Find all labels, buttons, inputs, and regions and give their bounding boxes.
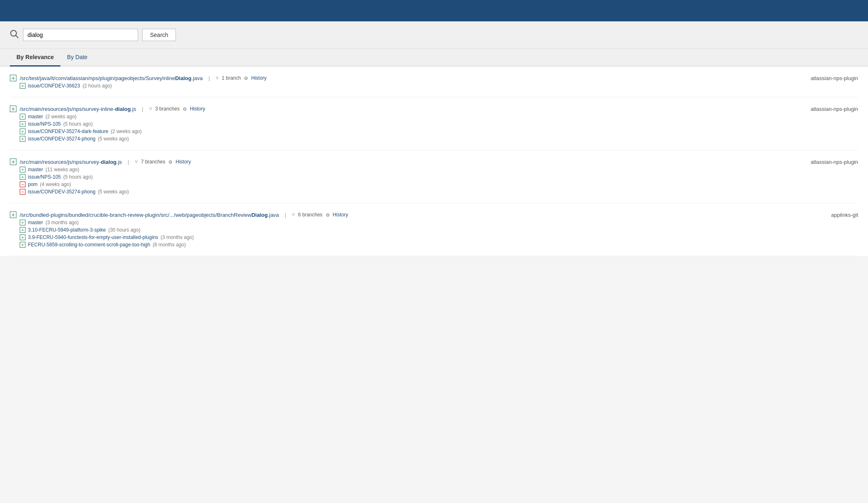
branch-item-2-3: + issue/CONFDEV-35274-phong (5 weeks ago… <box>20 136 858 142</box>
branch-expand-icon[interactable]: − <box>20 189 25 195</box>
branch-item-3-3: − issue/CONFDEV-35274-phong (5 weeks ago… <box>20 189 858 195</box>
branch-name[interactable]: FECRU-5859-scrolling-to-comment-scroll-p… <box>28 242 150 248</box>
search-icon <box>10 30 19 41</box>
branch-name[interactable]: issue/NPS-105 <box>28 174 61 180</box>
search-button[interactable]: Search <box>142 29 176 41</box>
history-icon-2: ⊙ <box>183 106 187 112</box>
branch-count-3: 7 branches <box>141 159 165 165</box>
branch-icon-3: ⑂ <box>135 159 138 165</box>
history-icon-4: ⊙ <box>326 212 330 218</box>
history-link-3[interactable]: History <box>175 159 191 165</box>
branch-icon-2: ⑂ <box>149 106 152 112</box>
tabs-bar: By Relevance By Date <box>0 49 868 67</box>
branch-icon-1: ⑂ <box>216 75 219 81</box>
file-path-3[interactable]: /src/main/resources/js/nps/survey-dialog… <box>20 159 122 165</box>
branch-expand-icon[interactable]: + <box>20 220 25 225</box>
branch-expand-icon[interactable]: + <box>20 121 25 127</box>
branch-expand-icon[interactable]: + <box>20 227 25 233</box>
results-list: + /src/test/java/it/com/atlassian/nps/pl… <box>0 67 868 256</box>
branch-expand-icon[interactable]: + <box>20 136 25 142</box>
branch-item-2-1: + issue/NPS-105 (5 hours ago) <box>20 121 858 127</box>
tab-by-date[interactable]: By Date <box>60 49 94 67</box>
branch-item-3-2: − pom (4 weeks ago) <box>20 181 858 187</box>
repo-name-3: atlassian-nps-plugin <box>810 159 858 165</box>
branch-expand-icon[interactable]: + <box>20 234 25 240</box>
branch-item-3-1: + issue/NPS-105 (5 hours ago) <box>20 174 858 180</box>
branch-name[interactable]: 3.9-FECRU-5940-functests-for-empty-user-… <box>28 234 158 240</box>
branch-time: (5 hours ago) <box>63 121 92 127</box>
branch-name[interactable]: master <box>28 167 43 172</box>
branch-expand-icon[interactable]: − <box>20 181 25 187</box>
history-icon-1: ⊙ <box>244 76 248 81</box>
branch-item-4-3: + FECRU-5859-scrolling-to-comment-scroll… <box>20 242 858 248</box>
branch-time: (5 weeks ago) <box>98 136 129 142</box>
svg-line-1 <box>16 35 18 38</box>
repo-name-2: atlassian-nps-plugin <box>810 106 858 112</box>
branch-expand-icon[interactable]: + <box>20 167 25 172</box>
branch-time: (3 months ago) <box>161 234 194 240</box>
search-input[interactable] <box>23 29 138 41</box>
branch-name[interactable]: issue/CONFDEV-35274-phong <box>28 189 95 195</box>
repo-name-4: applinks-git <box>831 212 858 218</box>
expand-icon-3[interactable]: + <box>10 158 16 165</box>
branch-expand-icon[interactable]: + <box>20 83 25 89</box>
separator-1: | <box>208 75 210 81</box>
branch-expand-icon[interactable]: + <box>20 242 25 248</box>
branch-time: (5 weeks ago) <box>98 189 129 195</box>
branch-name[interactable]: 3.10-FECRU-5949-platform-3-spike <box>28 227 106 233</box>
branch-time: (3 months ago) <box>46 220 79 225</box>
branch-expand-icon[interactable]: + <box>20 174 25 180</box>
branch-name[interactable]: issue/CONFDEV-35274-dark-feature <box>28 129 108 134</box>
branch-time: (4 weeks ago) <box>40 181 71 187</box>
expand-icon-2[interactable]: + <box>10 106 16 112</box>
result-item-4: + /src/bundled-plugins/bundled/crucible-… <box>10 203 858 256</box>
branch-time: (8 months ago) <box>152 242 186 248</box>
search-bar: Search <box>0 21 868 49</box>
branch-item-2-0: + master (2 weeks ago) <box>20 114 858 119</box>
history-link-2[interactable]: History <box>190 106 205 112</box>
branch-item-4-2: + 3.9-FECRU-5940-functests-for-empty-use… <box>20 234 858 240</box>
file-path-4[interactable]: /src/bundled-plugins/bundled/crucible-br… <box>20 212 279 218</box>
branch-name[interactable]: issue/CONFDEV-35274-phong <box>28 136 95 142</box>
branch-item-3-0: + master (11 weeks ago) <box>20 167 858 172</box>
branch-name[interactable]: master <box>28 114 43 119</box>
branch-icon-4: ⑂ <box>292 212 295 218</box>
top-bar <box>0 0 868 21</box>
branch-count-1: 1 branch <box>222 75 241 81</box>
branch-expand-icon[interactable]: + <box>20 129 25 134</box>
branch-time: (2 weeks ago) <box>111 129 141 134</box>
branch-item-2-2: + issue/CONFDEV-35274-dark-feature (2 we… <box>20 129 858 134</box>
file-path-1[interactable]: /src/test/java/it/com/atlassian/nps/plug… <box>20 75 203 81</box>
tab-by-relevance[interactable]: By Relevance <box>10 49 60 67</box>
branch-name[interactable]: issue/NPS-105 <box>28 121 61 127</box>
file-path-2[interactable]: /src/main/resources/js/nps/survey-inline… <box>20 106 136 112</box>
expand-icon-4[interactable]: + <box>10 211 16 218</box>
history-icon-3: ⊙ <box>169 159 172 165</box>
branch-count-4: 6 branches <box>298 212 322 218</box>
history-link-4[interactable]: History <box>333 212 348 218</box>
branch-name[interactable]: master <box>28 220 43 225</box>
branch-expand-icon[interactable]: + <box>20 114 25 119</box>
expand-icon-1[interactable]: + <box>10 75 16 81</box>
result-item-2: + /src/main/resources/js/nps/survey-inli… <box>10 97 858 150</box>
branch-time: (5 hours ago) <box>63 174 92 180</box>
branch-time: (2 weeks ago) <box>46 114 76 119</box>
branch-time: (30 hours ago) <box>108 227 140 233</box>
history-link-1[interactable]: History <box>251 75 266 81</box>
branch-name[interactable]: issue/CONFDEV-36623 <box>28 83 80 89</box>
branch-item-1-0: + issue/CONFDEV-36623 (2 hours ago) <box>20 83 858 89</box>
repo-name-1: atlassian-nps-plugin <box>810 75 858 81</box>
result-item-1: + /src/test/java/it/com/atlassian/nps/pl… <box>10 67 858 97</box>
branch-item-4-1: + 3.10-FECRU-5949-platform-3-spike (30 h… <box>20 227 858 233</box>
branch-name[interactable]: pom <box>28 181 37 187</box>
result-item-3: + /src/main/resources/js/nps/survey-dial… <box>10 150 858 203</box>
branch-time: (2 hours ago) <box>83 83 112 89</box>
branch-item-4-0: + master (3 months ago) <box>20 220 858 225</box>
branch-time: (11 weeks ago) <box>46 167 79 172</box>
branch-count-2: 3 branches <box>155 106 180 112</box>
